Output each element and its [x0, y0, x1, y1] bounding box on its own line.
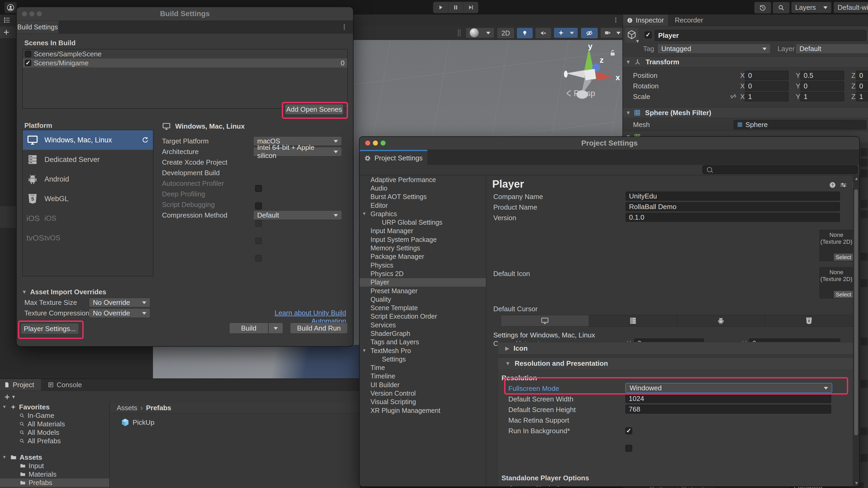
select-icon-button[interactable]: Select — [834, 253, 853, 261]
sidebar-item-memory-settings[interactable]: Memory Settings — [360, 244, 486, 252]
platform-item-android[interactable]: Android — [23, 170, 153, 189]
breadcrumb-root[interactable]: Assets — [117, 404, 137, 412]
toggle-2d-button[interactable]: 2D — [497, 28, 515, 39]
sidebar-item-input-system-package[interactable]: Input System Package — [360, 235, 486, 244]
layer-dropdown[interactable]: Default — [796, 44, 868, 54]
setting-input[interactable]: 1024 — [625, 394, 831, 403]
option-checkbox-4[interactable] — [255, 220, 262, 227]
toolbar-drag-handle[interactable] — [458, 29, 461, 36]
account-button[interactable] — [4, 2, 17, 13]
foldout-arrow[interactable]: ▼ — [2, 404, 7, 410]
axis-z-field[interactable]: 1 — [856, 92, 868, 101]
foldout-arrow[interactable]: ▼ — [362, 348, 367, 353]
zoom-button[interactable] — [380, 141, 385, 146]
minimize-button[interactable] — [373, 141, 378, 146]
settings-scrollbar[interactable]: ▲ ▼ — [853, 176, 859, 486]
foldout-arrow[interactable]: ▼ — [2, 455, 7, 460]
build-dropdown-button[interactable] — [268, 323, 283, 334]
platform-settings-tab-server[interactable] — [589, 315, 677, 326]
add-gameobject-icon[interactable] — [3, 29, 10, 36]
sidebar-item-services[interactable]: Services — [360, 321, 486, 329]
default-icon-thumbnail[interactable]: None (Texture 2D) Select — [819, 229, 854, 262]
platform-item-windows-mac-linux[interactable]: Windows, Mac, Linux — [23, 130, 153, 150]
sidebar-item-script-execution-order[interactable]: Script Execution Order — [360, 312, 486, 321]
scene-row[interactable]: Scenes/SampleScene — [23, 50, 347, 59]
window-kebab-icon[interactable] — [341, 24, 348, 30]
tree-favorite-all-materials[interactable]: All Materials — [0, 420, 109, 428]
player-settings-button[interactable]: Player Settings... — [21, 323, 79, 334]
persp-toggle[interactable]: < Persp — [566, 89, 595, 98]
breadcrumb-current[interactable]: Prefabs — [146, 404, 171, 412]
sidebar-item-player[interactable]: Player — [360, 278, 486, 286]
sidebar-item-preset-manager[interactable]: Preset Manager — [360, 286, 486, 295]
active-checkbox[interactable] — [645, 31, 652, 38]
option-dropdown-1[interactable]: Intel 64-bit + Apple silicon — [253, 147, 342, 156]
build-settings-tab[interactable]: Build Settings — [17, 21, 59, 33]
scene-checkbox[interactable] — [25, 51, 31, 57]
tag-dropdown[interactable]: Untagged — [657, 44, 771, 54]
scene-audio-button[interactable] — [535, 28, 552, 39]
default-cursor-thumbnail[interactable]: None (Texture 2D) Select — [819, 267, 854, 299]
tree-folder-input[interactable]: Input — [0, 461, 109, 470]
scene-checkbox[interactable] — [25, 60, 31, 66]
undo-history-button[interactable] — [754, 2, 771, 13]
scene-effects-dropdown[interactable] — [554, 28, 578, 38]
sidebar-item-tags-and-layers[interactable]: Tags and Layers — [360, 338, 486, 346]
platform-item-ios[interactable]: iOSiOS — [23, 209, 153, 228]
scene-light-button[interactable] — [517, 28, 533, 39]
shading-mode-dropdown[interactable] — [466, 28, 494, 38]
option-checkbox-6[interactable] — [255, 255, 262, 262]
sidebar-item-visual-scripting[interactable]: Visual Scripting — [360, 398, 486, 406]
platform-item-dedicated-server[interactable]: Dedicated Server — [23, 150, 153, 170]
sidebar-item-physics[interactable]: Physics — [360, 261, 486, 269]
sidebar-item-timeline[interactable]: Timeline — [360, 372, 486, 380]
sidebar-item-package-manager[interactable]: Package Manager — [360, 252, 486, 261]
field-input-version[interactable]: 0.1.0 — [626, 213, 840, 222]
sidebar-item-scene-template[interactable]: Scene Template — [360, 304, 486, 312]
axis-y-field[interactable]: 1 — [800, 92, 844, 101]
platform-item-tvos[interactable]: tvOStvOS — [23, 228, 153, 248]
field-input-company-name[interactable]: UnityEdu — [626, 192, 840, 201]
gameobject-icon-box[interactable]: ▾ — [625, 28, 638, 42]
field-input-product-name[interactable]: RollaBall Demo — [626, 202, 840, 211]
icon-section-header[interactable]: ▶ Icon — [497, 342, 854, 355]
add-open-scenes-button[interactable]: Add Open Scenes — [285, 104, 343, 115]
add-asset-arrow[interactable]: ▾ — [12, 394, 15, 400]
tab-project[interactable]: Project — [0, 379, 41, 391]
tree-favorite-all-prefabs[interactable]: All Prefabs — [0, 437, 109, 445]
sidebar-item-version-control[interactable]: Version Control — [360, 389, 486, 397]
axis-y-field[interactable]: 0 — [800, 81, 844, 91]
add-asset-icon[interactable] — [4, 394, 10, 400]
help-icon[interactable]: ? — [829, 181, 836, 189]
play-button[interactable] — [433, 2, 448, 13]
scene-visibility-button[interactable] — [581, 28, 598, 39]
platform-settings-tab-html5[interactable]: 5HTML — [765, 315, 853, 326]
asset-item-pickup[interactable]: PickUp — [120, 417, 154, 428]
zoom-button[interactable] — [37, 11, 42, 17]
project-settings-tab[interactable]: Project Settings — [360, 150, 427, 165]
option-checkbox-3[interactable] — [255, 203, 262, 209]
sidebar-item-quality[interactable]: Quality — [360, 295, 486, 304]
texture-compression-dropdown[interactable]: No Override — [89, 308, 150, 318]
max-texture-size-dropdown[interactable]: No Override — [89, 298, 150, 307]
sidebar-item-input-manager[interactable]: Input Manager — [360, 227, 486, 235]
sidebar-item-xr-plugin-management[interactable]: XR Plugin Management — [360, 406, 486, 415]
platform-item-webgl[interactable]: 5HTMLWebGL — [23, 189, 153, 209]
setting-checkbox[interactable] — [625, 445, 632, 452]
minimize-button[interactable] — [29, 11, 34, 17]
tree-favorites-header[interactable]: ▼Favorites — [0, 403, 109, 411]
build-and-run-button[interactable]: Build And Run — [290, 323, 348, 334]
step-button[interactable] — [463, 2, 478, 13]
sidebar-item-urp-global-settings[interactable]: URP Global Settings — [360, 218, 486, 226]
setting-input[interactable]: 768 — [625, 405, 831, 414]
lock-open-icon[interactable] — [609, 49, 617, 57]
layers-dropdown[interactable]: Layers — [791, 2, 832, 13]
build-button[interactable]: Build — [229, 323, 268, 334]
sidebar-item-shadergraph[interactable]: ShaderGraph — [360, 329, 486, 338]
sidebar-item-settings[interactable]: Settings — [360, 355, 486, 363]
tab-console[interactable]: Console — [48, 379, 82, 391]
platform-settings-tab-android[interactable] — [677, 315, 765, 326]
sidebar-item-textmesh-pro[interactable]: ▼TextMesh Pro — [360, 346, 486, 355]
axis-x-field[interactable]: 0 — [745, 81, 788, 91]
sidebar-item-burst-aot-settings[interactable]: Burst AOT Settings — [360, 193, 486, 201]
